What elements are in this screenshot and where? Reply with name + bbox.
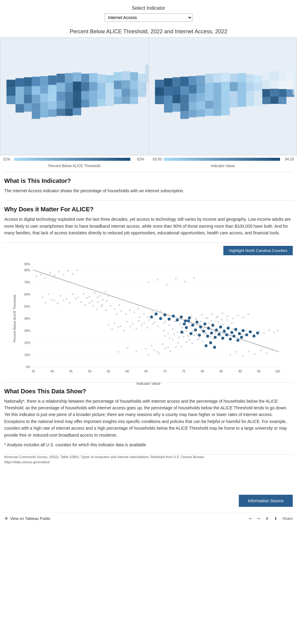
indicator-select[interactable]: Internet AccessEmploymentEducationHealth… — [105, 13, 192, 22]
svg-rect-54 — [32, 103, 40, 111]
svg-rect-2 — [15, 78, 24, 87]
svg-point-273 — [211, 320, 212, 322]
svg-rect-105 — [286, 74, 294, 81]
svg-point-344 — [217, 321, 219, 322]
tableau-public-link[interactable]: ✳ View on Tableau Public — [4, 516, 51, 521]
svg-point-313 — [72, 273, 74, 275]
svg-point-365 — [143, 313, 145, 315]
what-is-heading: What is This Indicator? — [4, 177, 293, 184]
svg-point-276 — [226, 315, 228, 317]
info-source-button[interactable]: Information Source — [239, 495, 293, 507]
svg-point-382 — [84, 304, 86, 306]
footer: ✳ View on Tableau Public ↩ ↪ ⏸ ⬇ Share — [0, 512, 297, 524]
svg-point-336 — [181, 327, 183, 329]
svg-rect-21 — [65, 83, 73, 92]
svg-rect-111 — [164, 96, 172, 104]
svg-rect-116 — [205, 92, 213, 101]
svg-rect-26 — [105, 83, 114, 91]
undo-button[interactable]: ↩ — [249, 516, 252, 521]
svg-rect-145 — [205, 109, 213, 116]
svg-rect-39 — [40, 93, 48, 102]
svg-point-292 — [105, 291, 106, 293]
svg-rect-112 — [172, 95, 180, 103]
svg-rect-10 — [32, 86, 40, 95]
pause-button[interactable]: ⏸ — [265, 516, 269, 521]
svg-rect-9 — [24, 86, 32, 95]
svg-rect-38 — [32, 95, 40, 103]
svg-rect-13 — [57, 74, 65, 83]
svg-rect-115 — [196, 93, 205, 101]
svg-rect-76 — [155, 80, 164, 87]
svg-point-278 — [237, 315, 239, 316]
svg-rect-88 — [205, 74, 213, 83]
svg-rect-4 — [32, 77, 40, 86]
svg-rect-3 — [24, 77, 32, 86]
svg-point-305 — [35, 275, 37, 277]
svg-point-187 — [145, 348, 147, 350]
svg-point-434 — [205, 344, 208, 347]
svg-rect-108 — [279, 81, 286, 89]
svg-rect-103 — [270, 71, 279, 80]
svg-point-290 — [94, 292, 95, 294]
svg-rect-127 — [164, 104, 172, 113]
download-button[interactable]: ⬇ — [274, 516, 277, 521]
svg-rect-36 — [15, 96, 24, 104]
svg-rect-5 — [40, 76, 48, 85]
svg-rect-20 — [57, 83, 65, 92]
svg-rect-141 — [279, 97, 286, 104]
svg-rect-138 — [254, 99, 262, 106]
tableau-link-label: View on Tableau Public — [10, 516, 51, 521]
svg-point-415 — [227, 327, 230, 330]
redo-button[interactable]: ↪ — [257, 516, 260, 521]
svg-rect-60 — [81, 100, 89, 107]
svg-point-347 — [231, 322, 233, 324]
svg-point-335 — [176, 331, 178, 333]
svg-point-403 — [240, 336, 243, 339]
svg-point-357 — [205, 332, 207, 334]
legend-right: 63.50 94.20 — [150, 155, 297, 163]
svg-point-298 — [75, 298, 77, 300]
svg-point-289 — [88, 296, 90, 298]
svg-rect-143 — [189, 110, 196, 117]
svg-point-241 — [154, 321, 155, 323]
what-shows-heading: What Does This Data Show? — [4, 388, 293, 395]
svg-point-284 — [60, 295, 62, 297]
share-button[interactable]: Share — [282, 516, 293, 521]
what-is-text: The Internet Access indicator shows the … — [4, 187, 293, 194]
svg-point-381 — [118, 304, 120, 306]
svg-rect-135 — [230, 100, 238, 107]
map-right — [149, 38, 297, 155]
svg-point-363 — [232, 328, 234, 330]
svg-rect-85 — [180, 86, 189, 95]
svg-point-376 — [96, 309, 98, 310]
svg-text:20%: 20% — [24, 341, 30, 345]
svg-point-211 — [170, 350, 172, 352]
svg-point-314 — [76, 269, 78, 271]
svg-text:80%: 80% — [24, 269, 30, 272]
svg-rect-23 — [81, 82, 89, 91]
svg-point-217 — [202, 340, 203, 342]
svg-point-196 — [193, 334, 195, 336]
svg-point-262 — [152, 323, 154, 325]
legend-labels-row: Percent Below ALICE Threshold Indicator … — [0, 163, 297, 169]
svg-point-315 — [229, 354, 231, 356]
svg-rect-30 — [138, 74, 146, 81]
svg-rect-7 — [6, 87, 15, 96]
svg-point-384 — [92, 305, 94, 307]
svg-point-320 — [260, 349, 262, 351]
svg-rect-71 — [65, 109, 73, 116]
svg-point-219 — [212, 338, 214, 340]
info-source-row: Information Source — [0, 492, 297, 510]
highlight-nc-button[interactable]: Highlight North Carolina Counties — [223, 246, 293, 255]
svg-rect-35 — [6, 96, 15, 104]
svg-text:10%: 10% — [24, 353, 30, 357]
svg-point-272 — [205, 317, 207, 319]
svg-point-425 — [155, 312, 158, 315]
svg-point-295 — [57, 302, 58, 304]
svg-rect-114 — [189, 93, 196, 102]
svg-rect-133 — [213, 101, 221, 109]
svg-point-225 — [243, 335, 245, 336]
svg-point-306 — [40, 274, 42, 276]
svg-rect-148 — [294, 65, 297, 83]
analysis-note: * Analysis includes all U.S. counties fo… — [4, 441, 293, 448]
